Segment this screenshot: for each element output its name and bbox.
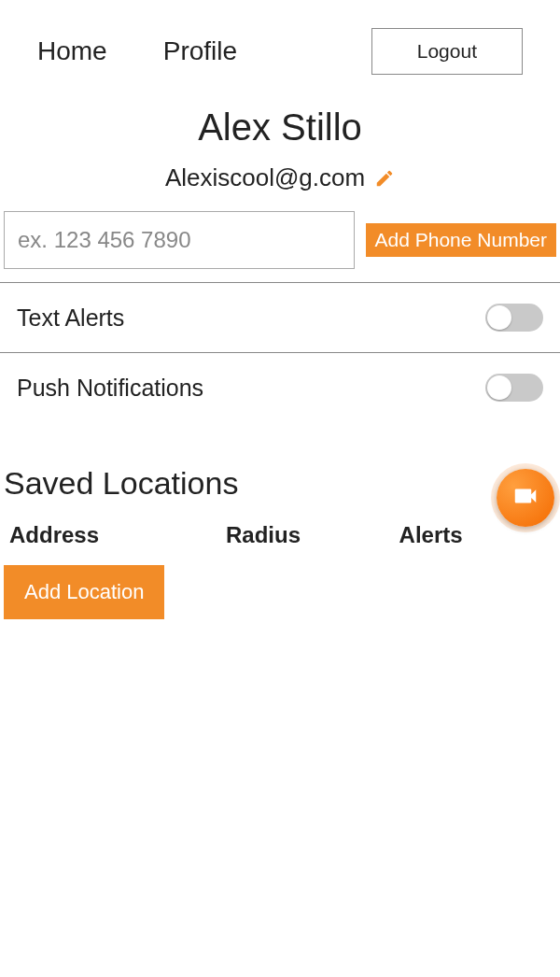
toggle-knob bbox=[487, 375, 511, 400]
toggle-knob bbox=[487, 305, 511, 330]
top-nav: Home Profile Logout bbox=[0, 0, 560, 84]
email-text: Alexiscool@g.com bbox=[165, 163, 365, 192]
add-location-button[interactable]: Add Location bbox=[4, 565, 164, 619]
add-phone-button[interactable]: Add Phone Number bbox=[366, 223, 556, 257]
email-row: Alexiscool@g.com bbox=[0, 163, 560, 192]
setting-text-alerts: Text Alerts bbox=[0, 282, 560, 352]
locations-table-header: Address Radius Alerts bbox=[0, 522, 560, 548]
phone-input[interactable] bbox=[4, 211, 355, 269]
pencil-icon[interactable] bbox=[374, 168, 395, 189]
push-notifications-label: Push Notifications bbox=[17, 375, 203, 402]
text-alerts-label: Text Alerts bbox=[17, 304, 124, 332]
text-alerts-toggle[interactable] bbox=[485, 304, 543, 332]
saved-locations-title: Saved Locations bbox=[0, 465, 560, 502]
push-notifications-toggle[interactable] bbox=[485, 374, 543, 402]
nav-profile[interactable]: Profile bbox=[163, 36, 237, 66]
video-camera-icon bbox=[511, 482, 539, 514]
profile-name: Alex Stillo bbox=[0, 106, 560, 149]
phone-row: Add Phone Number bbox=[0, 211, 560, 269]
nav-home[interactable]: Home bbox=[37, 36, 107, 66]
column-radius: Radius bbox=[226, 522, 399, 548]
record-fab[interactable] bbox=[497, 469, 554, 527]
setting-push-notifications: Push Notifications bbox=[0, 352, 560, 422]
logout-button[interactable]: Logout bbox=[371, 28, 523, 75]
column-address: Address bbox=[9, 522, 226, 548]
